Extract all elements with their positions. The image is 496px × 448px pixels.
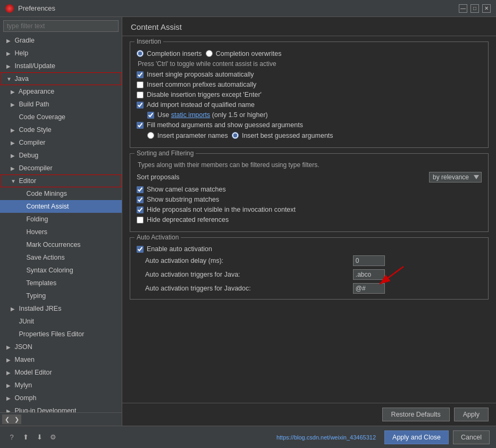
use-static-row: Use static imports (only 1.5 or higher) [137, 111, 482, 119]
close-button[interactable]: ✕ [482, 4, 491, 13]
expand-arrow: ▶ [11, 164, 17, 173]
hide-deprecated-checkbox[interactable] [137, 217, 144, 223]
insert-common-row: Insert common prefixes automatically [137, 81, 482, 88]
insert-param-label[interactable]: Insert parameter names [157, 132, 228, 139]
import-icon[interactable]: ⬆ [20, 432, 31, 443]
minimize-button[interactable]: — [459, 4, 467, 13]
insert-guessed-radio[interactable] [232, 132, 239, 139]
expand-arrow: ▼ [6, 75, 13, 84]
use-static-checkbox[interactable] [147, 112, 154, 119]
insert-common-label[interactable]: Insert common prefixes automatically [147, 81, 256, 88]
completion-overwrites-label[interactable]: Completion overwrites [216, 50, 282, 57]
insert-common-checkbox[interactable] [137, 81, 144, 88]
sidebar-item-mylyn[interactable]: ▶ Mylyn [0, 379, 122, 392]
sidebar-item-appearance[interactable]: ▶ Appearance [0, 85, 122, 98]
sidebar-item-oomph[interactable]: ▶ Oomph [0, 392, 122, 404]
sidebar-item-junit[interactable]: JUnit [0, 315, 122, 328]
sort-proposals-label: Sort proposals [137, 173, 180, 181]
sidebar-item-build-path[interactable]: ▶ Build Path [0, 98, 122, 111]
sidebar-item-syntax-coloring[interactable]: Syntax Coloring [0, 264, 122, 277]
sidebar-item-model-editor[interactable]: ▶ Model Editor [0, 366, 122, 379]
apply-and-close-button[interactable]: Apply and Close [384, 430, 449, 444]
sidebar-item-save-actions[interactable]: Save Actions [0, 251, 122, 264]
use-static-label[interactable]: Use static imports (only 1.5 or higher) [157, 111, 268, 119]
completion-inserts-radio[interactable] [137, 50, 144, 57]
enable-auto-activation-label[interactable]: Enable auto activation [147, 245, 212, 253]
sidebar-item-code-coverage[interactable]: Code Coverage [0, 111, 122, 123]
add-import-label[interactable]: Add import instead of qualified name [147, 101, 255, 109]
expand-arrow: ▶ [6, 381, 13, 390]
left-panel: ▶ Gradle ▶ Help ▶ Install/Update ▼ Java … [0, 17, 122, 426]
insert-guessed-label[interactable]: Insert best guessed arguments [242, 132, 333, 139]
maximize-button[interactable]: □ [470, 4, 479, 13]
auto-activation-label: Auto Activation [134, 234, 181, 241]
sidebar-item-plug-in-development[interactable]: ▶ Plug-in Development [0, 404, 122, 412]
export-icon[interactable]: ⬇ [34, 432, 45, 443]
sidebar-item-maven[interactable]: ▶ Maven [0, 353, 122, 366]
apply-button[interactable]: Apply [454, 408, 489, 421]
substring-checkbox[interactable] [137, 196, 144, 203]
sidebar-item-hovers[interactable]: Hovers [0, 226, 122, 238]
disable-insertion-label[interactable]: Disable insertion triggers except 'Enter… [147, 91, 262, 98]
substring-label[interactable]: Show substring matches [147, 196, 219, 203]
sorting-label: Sorting and Filtering [134, 150, 196, 157]
sidebar-item-gradle[interactable]: ▶ Gradle [0, 34, 122, 47]
sidebar-item-code-style[interactable]: ▶ Code Style [0, 123, 122, 136]
sidebar-item-code-minings[interactable]: Code Minings [0, 187, 122, 200]
completion-overwrites-radio[interactable] [206, 50, 213, 57]
tree-nav-left[interactable]: ❮ [2, 414, 12, 424]
type-filters-link[interactable]: type filters [288, 161, 317, 169]
sidebar-item-json[interactable]: ▶ JSON [0, 341, 122, 353]
add-import-checkbox[interactable] [137, 102, 144, 109]
expand-arrow: ▶ [6, 407, 13, 412]
sidebar-item-properties-files[interactable]: Properties Files Editor [0, 328, 122, 341]
sidebar-item-installed-jres[interactable]: ▶ Installed JREs [0, 302, 122, 315]
tree-nav-right[interactable]: ❯ [12, 414, 21, 424]
camel-case-checkbox[interactable] [137, 186, 144, 193]
insert-param-radio[interactable] [147, 132, 154, 139]
filter-input[interactable] [3, 20, 119, 32]
expand-arrow: ▶ [6, 343, 13, 352]
restore-defaults-button[interactable]: Restore Defaults [382, 408, 450, 421]
fill-method-checkbox[interactable] [137, 122, 144, 129]
fill-method-label[interactable]: Fill method arguments and show guessed a… [147, 121, 303, 129]
window-title: Preferences [18, 4, 459, 12]
sorting-section: Sorting and Filtering Types along with t… [130, 153, 489, 232]
insert-single-label[interactable]: Insert single proposals automatically [147, 71, 254, 78]
sidebar-item-templates[interactable]: Templates [0, 277, 122, 289]
sidebar-item-mark-occurrences[interactable]: Mark Occurrences [0, 238, 122, 251]
expand-arrow: ▶ [6, 394, 13, 403]
java-triggers-input[interactable] [353, 269, 385, 280]
settings-icon[interactable]: ⚙ [48, 432, 58, 443]
hide-invocation-row: Hide proposals not visible in the invoca… [137, 206, 482, 213]
title-bar: Preferences — □ ✕ [0, 0, 496, 17]
help-icon[interactable]: ? [6, 432, 17, 443]
sidebar-item-editor[interactable]: ▼ Editor [0, 175, 122, 187]
sidebar-item-folding[interactable]: Folding [0, 213, 122, 226]
sidebar-item-decompiler[interactable]: ▶ Decompiler [0, 162, 122, 175]
sidebar-item-help[interactable]: ▶ Help [0, 47, 122, 60]
javadoc-triggers-input[interactable] [353, 283, 385, 294]
sidebar-item-typing[interactable]: Typing [0, 289, 122, 302]
hide-deprecated-row: Hide deprecated references [137, 216, 482, 223]
static-imports-link[interactable]: static imports [171, 111, 211, 119]
hide-invocation-label[interactable]: Hide proposals not visible in the invoca… [147, 206, 296, 213]
sidebar-item-debug[interactable]: ▶ Debug [0, 149, 122, 162]
enable-auto-activation-checkbox[interactable] [137, 246, 144, 253]
delay-input[interactable] [353, 255, 385, 266]
sidebar-item-content-assist[interactable]: Content Assist [0, 200, 122, 213]
sidebar-item-java[interactable]: ▼ Java [0, 72, 122, 85]
param-names-row: Insert parameter names Insert best guess… [137, 131, 482, 139]
sidebar-item-compiler[interactable]: ▶ Compiler [0, 136, 122, 149]
camel-case-label[interactable]: Show camel case matches [147, 186, 226, 193]
disable-insertion-checkbox[interactable] [137, 92, 144, 98]
cancel-button[interactable]: Cancel [453, 430, 490, 444]
completion-inserts-label[interactable]: Completion inserts [147, 50, 202, 57]
sidebar-item-install-update[interactable]: ▶ Install/Update [0, 60, 122, 72]
page-title: Content Assist [122, 17, 496, 36]
hide-invocation-checkbox[interactable] [137, 206, 144, 213]
insert-single-checkbox[interactable] [137, 71, 144, 78]
hide-deprecated-label[interactable]: Hide deprecated references [147, 216, 229, 223]
sort-proposals-select[interactable]: by relevance alphabetically [429, 172, 482, 182]
sorting-hint: Types along with their members can be fi… [137, 161, 482, 169]
